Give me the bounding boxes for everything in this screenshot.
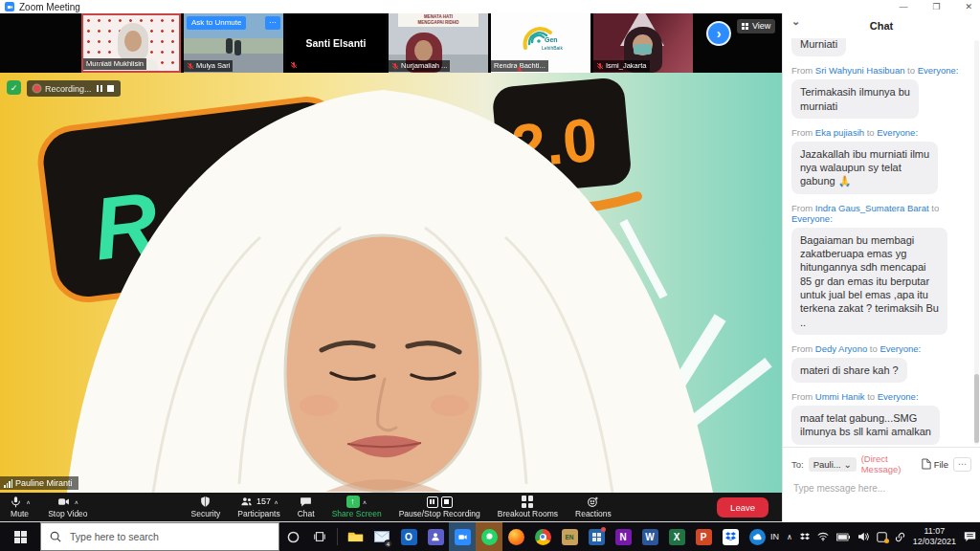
task-view-button[interactable] [306, 522, 333, 551]
security-button[interactable]: Security [191, 496, 221, 518]
speaker-icon[interactable] [858, 532, 869, 541]
office-button[interactable] [583, 522, 610, 551]
ask-to-unmute-button[interactable]: Ask to Unmute [187, 16, 246, 30]
minimize-button[interactable]: — [899, 0, 907, 13]
mail-button[interactable]: 4 [368, 522, 395, 551]
task-view-icon [313, 530, 326, 543]
word-button[interactable]: W [636, 522, 663, 551]
share-screen-icon: ↑ [346, 496, 360, 508]
dropbox-tray-icon[interactable] [800, 533, 810, 541]
mute-button[interactable]: ∧ Mute [9, 496, 31, 518]
taskbar-clock[interactable]: 11:07 12/03/2021 [913, 526, 956, 547]
mic-icon [9, 496, 23, 508]
leave-button[interactable]: Leave [717, 497, 768, 518]
system-tray: IN ∧ 11:07 12/03/2021 [770, 526, 980, 547]
stop-video-caret[interactable]: ∧ [74, 499, 78, 505]
teams-icon [428, 529, 444, 545]
participants-caret[interactable]: ∧ [274, 499, 278, 505]
onenote-icon: N [615, 529, 632, 545]
chrome-button[interactable] [529, 522, 556, 551]
whatsapp-icon [481, 529, 498, 545]
maximize-button[interactable]: ❐ [932, 0, 940, 13]
participants-button[interactable]: 157 ∧ Participants [237, 496, 279, 518]
teams-button[interactable] [422, 522, 449, 551]
chat-message-bubble: maaf telat gabung...SMG ilmunya bs sll k… [791, 406, 940, 445]
participant-tile-murniati[interactable]: Murniati Mukhlisin [81, 13, 181, 73]
close-button[interactable]: ✕ [965, 0, 972, 13]
search-input[interactable] [68, 530, 250, 543]
chat-button[interactable]: Chat [298, 496, 315, 518]
participant-tile-nurjamaliah[interactable]: MENATA HATI MENGGAPAI RIDHO Nurjamaliah … [389, 13, 488, 73]
powerpoint-button[interactable]: P [690, 522, 717, 551]
zoom-taskbar-button[interactable] [449, 522, 476, 551]
pause-icon[interactable] [427, 496, 438, 508]
window-title: Zoom Meeting [19, 2, 80, 12]
meeting-toolbar: ∧ Mute ∧ Stop Video Security 157 ∧ Parti… [0, 493, 782, 522]
view-button[interactable]: View [737, 19, 775, 33]
powerpoint-icon: P [696, 529, 712, 545]
record-dot-icon [33, 85, 40, 92]
chat-message-header: From Eka pujiasih to Everyone: [791, 127, 969, 138]
file-explorer-button[interactable] [342, 522, 368, 551]
reactions-smiley-icon [586, 496, 600, 508]
whatsapp-button[interactable] [476, 522, 502, 551]
stop-recording-button[interactable] [107, 85, 114, 92]
pause-stop-recording-button[interactable]: Pause/Stop Recording [399, 496, 480, 518]
windows-logo-icon [14, 531, 27, 543]
notification-dot [884, 539, 889, 543]
action-center-icon[interactable] [964, 531, 976, 542]
stop-video-button[interactable]: ∧ Stop Video [48, 496, 87, 518]
pause-recording-button[interactable] [97, 85, 102, 92]
participant-tile-santi[interactable]: Santi Elsanti [286, 13, 386, 73]
money-app-button[interactable]: EN [556, 522, 583, 551]
share-screen-caret[interactable]: ∧ [363, 499, 368, 505]
more-options-button[interactable]: ··· [265, 16, 280, 30]
taskbar-search[interactable] [40, 522, 279, 551]
reactions-button[interactable]: Reactions [575, 496, 612, 518]
participant-tile-ismi[interactable]: Ismi_Jakarta [593, 13, 693, 73]
participant-name: Santi Elsanti [286, 13, 386, 73]
teams-tray-icon[interactable] [877, 532, 887, 542]
muted-mic-icon [290, 61, 298, 69]
chat-compose: To: Pauli...⌄ (Direct Message) File ⋯ [783, 447, 980, 496]
muted-mic-icon [516, 66, 523, 72]
gen-lebihbaik-logo: Gen LebihBaik [516, 19, 566, 59]
firefox-button[interactable] [502, 522, 529, 551]
next-participants-button[interactable]: › [706, 21, 731, 46]
onenote-button[interactable]: N [610, 522, 636, 551]
message-input[interactable] [791, 482, 971, 495]
stop-icon[interactable] [441, 496, 453, 508]
start-button[interactable] [0, 522, 40, 551]
chat-scrollbar-thumb[interactable] [974, 374, 979, 443]
battery-icon[interactable] [836, 533, 850, 541]
chevron-down-icon[interactable]: ⌄ [791, 15, 800, 28]
dropbox-button[interactable] [717, 522, 744, 551]
wifi-icon[interactable] [817, 532, 829, 541]
link-icon[interactable] [895, 532, 905, 542]
outlook-button[interactable]: O [395, 522, 422, 551]
excel-icon: X [669, 529, 685, 545]
zoom-icon [455, 529, 471, 545]
chrome-icon [535, 529, 551, 545]
encryption-shield-icon[interactable]: ✓ [7, 80, 21, 95]
file-button[interactable]: File [922, 458, 948, 470]
chat-message-header: From Indra Gaus_Sumatera Barat to Everyo… [791, 203, 969, 224]
chat-scrollbar[interactable] [974, 40, 979, 445]
compose-more-button[interactable]: ⋯ [953, 457, 971, 472]
clock-time: 11:07 [913, 526, 956, 537]
participant-tile-rendra[interactable]: Gen LebihBaik Rendra Bachti... [491, 13, 590, 73]
excel-button[interactable]: X [663, 522, 690, 551]
money-app-icon: EN [562, 529, 578, 545]
hidden-icons-chevron[interactable]: ∧ [787, 533, 792, 541]
share-screen-button[interactable]: ↑ ∧ Share Screen [332, 496, 382, 518]
onedrive-button[interactable] [744, 522, 770, 551]
mute-caret[interactable]: ∧ [26, 499, 31, 505]
recipient-dropdown[interactable]: Pauli...⌄ [809, 457, 857, 472]
cortana-button[interactable] [279, 522, 306, 551]
chat-message-header: From Dedy Aryono to Everyone: [791, 343, 969, 354]
participants-label: Participants [237, 510, 279, 518]
breakout-rooms-button[interactable]: Breakout Rooms [498, 496, 558, 518]
participant-tile-mulya[interactable]: Ask to Unmute ··· Mulya Sari [184, 13, 283, 73]
language-indicator[interactable]: IN [770, 532, 779, 541]
svg-text:Gen: Gen [545, 36, 558, 43]
